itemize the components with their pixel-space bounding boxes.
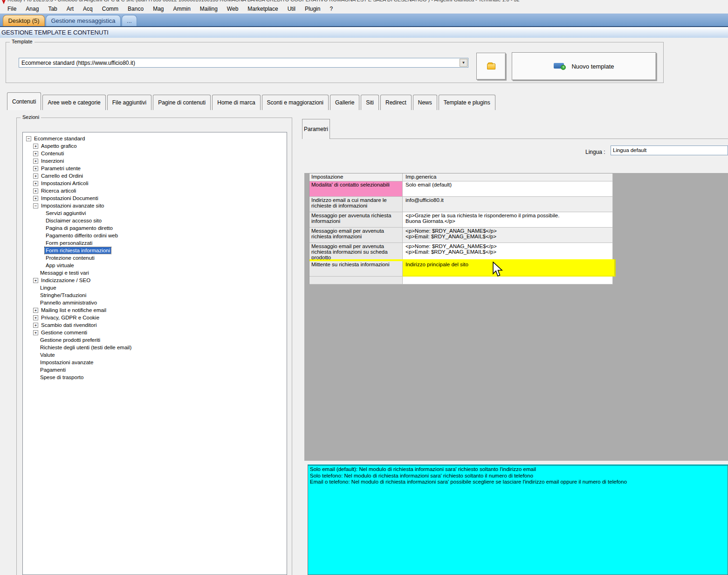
tab-parametri[interactable]: Parametri: [302, 119, 330, 139]
sections-tree[interactable]: −Ecommerce standard+Aspetto grafico+Cont…: [22, 132, 287, 575]
table-row[interactable]: Messaggio email per avvenuta richiesta i…: [309, 228, 613, 243]
menu-item-mailing[interactable]: Mailing: [195, 5, 222, 13]
tree-item-pagamenti[interactable]: Pagamenti: [23, 366, 287, 374]
tree-item-gestione-prodotti-preferiti[interactable]: Gestione prodotti preferiti: [23, 336, 287, 344]
menu-item-acq[interactable]: Acq: [78, 5, 97, 13]
tree-item-servizi-aggiuntivi[interactable]: Servizi aggiuntivi: [23, 209, 287, 217]
setting-value-cell[interactable]: <p>Nome: $RDY_ANAG_NAME$</p> <p>Email: $…: [403, 243, 613, 261]
tree-item-contenuti[interactable]: +Contenuti: [23, 150, 287, 157]
collapse-icon[interactable]: −: [26, 136, 31, 141]
tree-item-pannello-amministrativo[interactable]: Pannello amministrativo: [23, 299, 287, 306]
table-row[interactable]: Modalita' di contatto selezionabiliSolo …: [309, 181, 613, 197]
expand-icon[interactable]: +: [33, 144, 38, 149]
tree-item-inserzioni[interactable]: +Inserzioni: [23, 157, 287, 165]
setting-value-cell[interactable]: <p>Grazie per la sua richiesta le rispon…: [403, 212, 613, 228]
workspace-tab-gestione-messaggistica[interactable]: Gestione messaggistica: [46, 15, 121, 26]
new-template-button[interactable]: + Nuovo template: [512, 52, 656, 80]
content-tab-pagine-di-contenuti[interactable]: Pagine di contenuti: [153, 95, 211, 110]
tree-item-form-richiesta-informazioni[interactable]: Form richiesta informazioni: [23, 247, 287, 254]
content-tab-aree-web-e-categorie[interactable]: Aree web e categorie: [42, 95, 105, 110]
tree-item-carrello-ed-ordini[interactable]: +Carrello ed Ordini: [23, 172, 287, 180]
menu-item-art[interactable]: Art: [62, 5, 78, 13]
tree-item-impostazioni-documenti[interactable]: +Impostazioni Documenti: [23, 194, 287, 202]
workspace-tab-[interactable]: ...: [122, 15, 137, 26]
content-tab-gallerie[interactable]: Gallerie: [330, 95, 359, 110]
tree-item-impostazioni-avanzate-sito[interactable]: −Impostazioni avanzate sito: [23, 202, 287, 209]
column-header-impostazione[interactable]: Impostazione: [309, 173, 403, 181]
tree-item-app-virtuale[interactable]: App virtuale: [23, 262, 287, 269]
tree-item-stringhe-traduzioni[interactable]: Stringhe/Traduzioni: [23, 291, 287, 299]
expand-icon[interactable]: +: [33, 308, 38, 313]
lingua-input[interactable]: Lingua default: [611, 145, 728, 155]
content-tab-contenuti[interactable]: Contenuti: [7, 92, 41, 110]
chevron-down-icon[interactable]: ▼: [460, 59, 467, 67]
expand-icon[interactable]: +: [33, 323, 38, 328]
setting-value-cell[interactable]: <p>Nome: $RDY_ANAG_NAME$</p> <p>Email: $…: [403, 228, 613, 243]
tree-item-parametri-utente[interactable]: +Parametri utente: [23, 165, 287, 172]
menu-item-anag[interactable]: Anag: [21, 5, 43, 13]
tree-item-pagamento-differito-ordini-web[interactable]: Pagamento differito ordini web: [23, 232, 287, 239]
content-tab-news[interactable]: News: [413, 95, 437, 110]
tree-item-gestione-commenti[interactable]: +Gestione commenti: [23, 329, 287, 336]
expand-icon[interactable]: +: [33, 315, 38, 320]
tree-item-richieste-degli-utenti-testi-delle-email[interactable]: Richieste degli utenti (testi delle emai…: [23, 344, 287, 351]
tree-item-impostazioni-articoli[interactable]: +Impostazioni Articoli: [23, 180, 287, 187]
menu-item-plugin[interactable]: Plugin: [300, 5, 325, 13]
template-combobox[interactable]: Ecommerce standard (https://www.ufficio8…: [19, 58, 468, 68]
workspace-tab-desktop-5[interactable]: Desktop (5): [3, 15, 45, 26]
table-row[interactable]: Messaggio per avvenuta richiesta informa…: [309, 212, 613, 228]
expand-icon[interactable]: +: [33, 330, 38, 335]
table-row[interactable]: Mittente su richiesta informazioniIndiri…: [309, 261, 613, 277]
expand-icon[interactable]: +: [33, 181, 38, 186]
menu-item-comm[interactable]: Comm: [97, 5, 123, 13]
table-row[interactable]: Messaggio email per avvenuta richiesta i…: [309, 243, 613, 261]
content-tab-file-aggiuntivi[interactable]: File aggiuntivi: [107, 95, 151, 110]
tree-item-scambio-dati-rivenditori[interactable]: +Scambio dati rivenditori: [23, 321, 287, 329]
tree-item-valute[interactable]: Valute: [23, 351, 287, 359]
tree-item-ecommerce-standard[interactable]: −Ecommerce standard: [23, 135, 287, 142]
setting-name-cell[interactable]: Mittente su richiesta informazioni: [309, 261, 403, 277]
setting-name-cell[interactable]: Messaggio per avvenuta richiesta informa…: [309, 212, 403, 228]
expand-icon[interactable]: +: [33, 278, 38, 283]
parameters-table[interactable]: Impostazione Imp.generica Modalita' di c…: [309, 173, 613, 284]
tree-item-indicizzazione-seo[interactable]: +Indicizzazione / SEO: [23, 277, 287, 284]
tree-item-protezione-contenuti[interactable]: Protezione contenuti: [23, 254, 287, 262]
expand-icon[interactable]: +: [33, 196, 38, 201]
menu-item-web[interactable]: Web: [222, 5, 243, 13]
table-row[interactable]: Indirizzo email a cui mandare le richies…: [309, 197, 613, 212]
expand-icon[interactable]: +: [33, 151, 38, 156]
menu-item-tab[interactable]: Tab: [43, 5, 62, 13]
setting-value-cell[interactable]: Indirizzo principale del sito: [403, 261, 613, 277]
menu-item-marketplace[interactable]: Marketplace: [243, 5, 282, 13]
content-tab-sconti-e-maggiorazioni[interactable]: Sconti e maggiorazioni: [262, 95, 329, 110]
open-template-button[interactable]: [476, 53, 506, 80]
setting-value-cell[interactable]: info@ufficio80.it: [403, 197, 613, 212]
setting-value-cell[interactable]: [403, 277, 613, 284]
expand-icon[interactable]: +: [33, 159, 38, 164]
setting-name-cell[interactable]: Indirizzo email a cui mandare le richies…: [309, 197, 403, 212]
menu-item-banco[interactable]: Banco: [123, 5, 148, 13]
menu-item-[interactable]: ?: [325, 5, 337, 13]
setting-name-cell[interactable]: [309, 277, 403, 284]
expand-icon[interactable]: +: [33, 173, 38, 179]
setting-name-cell[interactable]: Modalita' di contatto selezionabili: [309, 181, 403, 197]
expand-icon[interactable]: +: [33, 188, 38, 194]
menu-item-ammin[interactable]: Ammin: [168, 5, 195, 13]
tree-item-ricerca-articoli[interactable]: +Ricerca articoli: [23, 187, 287, 194]
tree-item-impostazioni-avanzate[interactable]: Impostazioni avanzate: [23, 359, 287, 366]
tree-item-disclaimer-accesso-sito[interactable]: Disclaimer accesso sito: [23, 217, 287, 224]
content-tab-template-e-plugins[interactable]: Template e plugins: [439, 95, 495, 110]
content-tab-home-di-marca[interactable]: Home di marca: [212, 95, 260, 110]
tree-item-lingue[interactable]: Lingue: [23, 284, 287, 291]
menu-item-mag[interactable]: Mag: [148, 5, 168, 13]
tree-item-spese-di-trasporto[interactable]: Spese di trasporto: [23, 374, 287, 381]
setting-name-cell[interactable]: Messaggio email per avvenuta richiesta i…: [309, 228, 403, 243]
tree-item-mailing-list-e-notifiche-email[interactable]: +Mailing list e notifiche email: [23, 306, 287, 314]
tree-item-pagina-di-pagamento-diretto[interactable]: Pagina di pagamento diretto: [23, 224, 287, 232]
tree-item-form-personalizzati[interactable]: Form personalizzati: [23, 239, 287, 247]
setting-name-cell[interactable]: Messaggio email per avvenuta richiesta i…: [309, 243, 403, 261]
content-tab-siti[interactable]: Siti: [361, 95, 379, 110]
content-tab-redirect[interactable]: Redirect: [380, 95, 412, 110]
menu-item-util[interactable]: Util: [283, 5, 300, 13]
table-row[interactable]: [309, 277, 613, 284]
